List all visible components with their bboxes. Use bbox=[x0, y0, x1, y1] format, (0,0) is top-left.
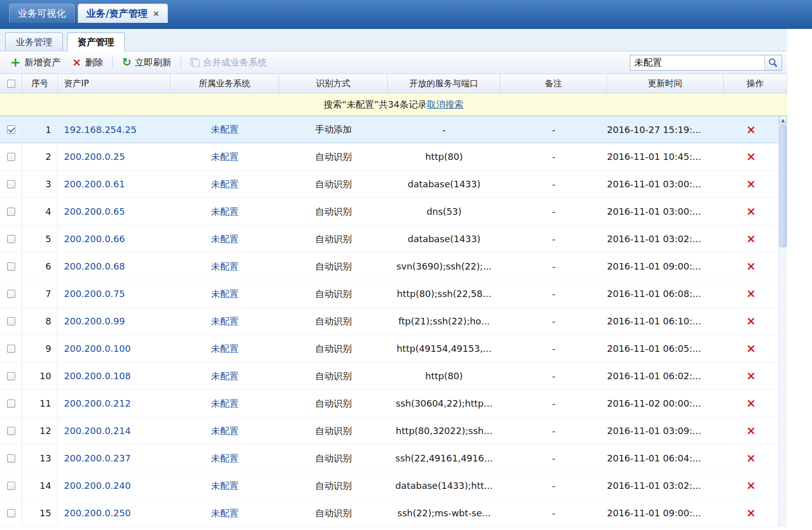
business-system-link[interactable]: 未配置 bbox=[171, 143, 279, 170]
column-header-asset-ip[interactable]: 资产IP bbox=[58, 74, 171, 93]
refresh-icon: ↻ bbox=[122, 57, 131, 68]
asset-ip-link[interactable]: 200.200.0.240 bbox=[58, 472, 171, 499]
row-number: 8 bbox=[22, 308, 58, 335]
row-checkbox[interactable] bbox=[7, 317, 15, 325]
open-services-ports: database(1433);htt... bbox=[388, 472, 500, 499]
select-all-checkbox[interactable] bbox=[7, 80, 15, 88]
asset-ip-link[interactable]: 200.200.0.66 bbox=[58, 225, 171, 252]
scroll-up-button[interactable]: ▲ bbox=[779, 116, 787, 124]
business-system-link[interactable]: 未配置 bbox=[171, 308, 279, 335]
delete-row-icon[interactable]: × bbox=[746, 233, 756, 245]
business-system-link[interactable]: 未配置 bbox=[171, 171, 279, 197]
row-checkbox[interactable] bbox=[7, 262, 15, 271]
row-checkbox[interactable] bbox=[7, 125, 15, 134]
delete-row-icon[interactable]: × bbox=[746, 178, 756, 190]
row-checkbox[interactable] bbox=[7, 235, 15, 243]
business-system-link[interactable]: 未配置 bbox=[171, 253, 279, 280]
search-input[interactable] bbox=[630, 55, 764, 70]
row-checkbox[interactable] bbox=[7, 345, 15, 353]
asset-ip-link[interactable]: 200.200.0.237 bbox=[58, 445, 171, 472]
asset-ip-link[interactable]: 200.200.0.75 bbox=[58, 280, 171, 307]
column-header-open-services[interactable]: 开放的服务与端口 bbox=[388, 74, 500, 93]
identify-method: 手动添加 bbox=[279, 116, 388, 143]
business-system-link[interactable]: 未配置 bbox=[171, 445, 279, 472]
asset-ip-link[interactable]: 200.200.0.61 bbox=[58, 171, 171, 197]
row-checkbox[interactable] bbox=[7, 454, 15, 462]
asset-ip-link[interactable]: 200.200.0.25 bbox=[58, 143, 171, 170]
delete-row-icon[interactable]: × bbox=[746, 480, 756, 491]
row-checkbox[interactable] bbox=[7, 290, 15, 298]
tab-business-visualization[interactable]: 业务可视化 bbox=[9, 4, 75, 23]
business-system-link[interactable]: 未配置 bbox=[171, 472, 279, 499]
asset-ip-link[interactable]: 200.200.0.212 bbox=[58, 390, 171, 417]
row-checkbox[interactable] bbox=[7, 427, 15, 435]
tab-close-icon[interactable]: × bbox=[153, 10, 159, 18]
row-checkbox[interactable] bbox=[7, 509, 15, 517]
add-asset-button[interactable]: + 新增资产 bbox=[8, 55, 63, 70]
delete-row-icon[interactable]: × bbox=[746, 260, 756, 272]
business-system-link[interactable]: 未配置 bbox=[171, 335, 279, 362]
delete-row-icon[interactable]: × bbox=[746, 507, 756, 519]
business-system-link[interactable]: 未配置 bbox=[171, 362, 279, 389]
business-system-link[interactable]: 未配置 bbox=[171, 225, 279, 252]
operation-cell: × bbox=[724, 171, 779, 197]
delete-row-icon[interactable]: × bbox=[746, 343, 756, 354]
delete-row-icon[interactable]: × bbox=[746, 315, 756, 327]
vertical-scrollbar[interactable]: ▲ bbox=[779, 116, 787, 527]
search-button[interactable] bbox=[764, 55, 782, 70]
row-checkbox[interactable] bbox=[7, 372, 15, 380]
row-checkbox[interactable] bbox=[7, 208, 15, 216]
row-checkbox[interactable] bbox=[7, 153, 15, 161]
column-header-business-system[interactable]: 所属业务系统 bbox=[171, 74, 279, 93]
merge-to-business-system-button[interactable]: 合并成业务系统 bbox=[188, 55, 269, 70]
business-system-link[interactable]: 未配置 bbox=[171, 198, 279, 225]
cancel-search-link[interactable]: 取消搜索 bbox=[427, 98, 463, 111]
scrollbar-thumb[interactable] bbox=[780, 125, 787, 247]
row-checkbox[interactable] bbox=[7, 400, 15, 408]
identify-method: 自动识别 bbox=[279, 225, 388, 252]
business-system-link[interactable]: 未配置 bbox=[171, 280, 279, 307]
delete-row-icon[interactable]: × bbox=[746, 206, 756, 217]
delete-row-icon[interactable]: × bbox=[746, 124, 756, 136]
asset-ip-link[interactable]: 200.200.0.100 bbox=[58, 335, 171, 362]
row-checkbox[interactable] bbox=[7, 180, 15, 188]
asset-ip-link[interactable]: 200.200.0.68 bbox=[58, 253, 171, 280]
tab-business-management[interactable]: 业务管理 bbox=[5, 32, 63, 51]
column-header-operation[interactable]: 操作 bbox=[724, 74, 787, 93]
operation-cell: × bbox=[724, 280, 779, 307]
column-header-update-time[interactable]: 更新时间 bbox=[607, 74, 724, 93]
delete-row-icon[interactable]: × bbox=[746, 452, 756, 464]
identify-method: 自动识别 bbox=[279, 390, 388, 417]
column-header-identify-method[interactable]: 识别方式 bbox=[279, 74, 388, 93]
business-system-link[interactable]: 未配置 bbox=[171, 500, 279, 526]
delete-row-icon[interactable]: × bbox=[746, 370, 756, 382]
business-system-link[interactable]: 未配置 bbox=[171, 417, 279, 444]
column-header-remark[interactable]: 备注 bbox=[500, 74, 607, 93]
business-system-link[interactable]: 未配置 bbox=[171, 116, 279, 143]
remark: - bbox=[500, 143, 607, 170]
tab-business-asset-management[interactable]: 业务/资产管理 × bbox=[78, 4, 168, 23]
row-checkbox-cell bbox=[0, 417, 22, 444]
delete-row-icon[interactable]: × bbox=[746, 288, 756, 300]
asset-ip-link[interactable]: 200.200.0.65 bbox=[58, 198, 171, 225]
remark: - bbox=[500, 390, 607, 417]
asset-ip-link[interactable]: 200.200.0.250 bbox=[58, 500, 171, 526]
tab-asset-management[interactable]: 资产管理 bbox=[67, 32, 125, 51]
delete-row-icon[interactable]: × bbox=[746, 425, 756, 437]
asset-ip-link[interactable]: 200.200.0.108 bbox=[58, 362, 171, 389]
row-number: 11 bbox=[22, 390, 58, 417]
asset-ip-link[interactable]: 192.168.254.25 bbox=[58, 116, 171, 143]
business-system-link[interactable]: 未配置 bbox=[171, 390, 279, 417]
delete-button[interactable]: × 删除 bbox=[70, 55, 105, 70]
search-box bbox=[630, 55, 782, 71]
row-checkbox[interactable] bbox=[7, 482, 15, 490]
asset-ip-link[interactable]: 200.200.0.214 bbox=[58, 417, 171, 444]
delete-row-icon[interactable]: × bbox=[746, 151, 756, 162]
delete-row-icon[interactable]: × bbox=[746, 397, 756, 409]
table-row: 14 200.200.0.240 未配置 自动识别 database(1433)… bbox=[0, 472, 779, 500]
column-header-number[interactable]: 序号 bbox=[22, 74, 58, 93]
row-number: 10 bbox=[22, 362, 58, 389]
refresh-button[interactable]: ↻ 立即刷新 bbox=[120, 55, 173, 70]
open-services-ports: dns(53) bbox=[388, 198, 500, 225]
asset-ip-link[interactable]: 200.200.0.99 bbox=[58, 308, 171, 335]
